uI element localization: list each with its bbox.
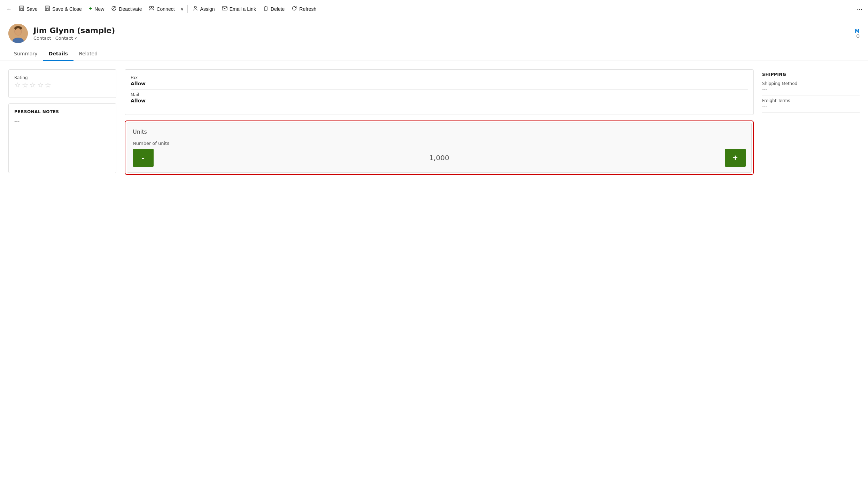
rating-label: Rating xyxy=(14,75,110,80)
subtitle-dot: · xyxy=(53,36,54,41)
save-button[interactable]: Save xyxy=(15,3,41,15)
more-icon: ⋯ xyxy=(856,5,862,13)
mail-label: Mail xyxy=(131,92,748,97)
svg-rect-2 xyxy=(21,8,23,10)
refresh-icon xyxy=(292,6,297,13)
back-button[interactable]: ← xyxy=(3,4,15,14)
units-decrement-button[interactable]: - xyxy=(133,149,154,167)
shipping-method-value: --- xyxy=(762,87,860,95)
increment-label: + xyxy=(733,153,738,163)
fax-label: Fax xyxy=(131,75,748,80)
stars-container: ☆ ☆ ☆ ☆ ☆ xyxy=(14,81,110,92)
rating-card: Rating ☆ ☆ ☆ ☆ ☆ xyxy=(8,69,116,98)
svg-point-8 xyxy=(149,6,152,8)
assign-icon xyxy=(193,6,198,13)
refresh-button[interactable]: Refresh xyxy=(288,3,320,15)
decrement-label: - xyxy=(142,153,145,163)
personal-notes-card: PERSONAL NOTES --- xyxy=(8,103,116,173)
svg-line-7 xyxy=(112,7,116,10)
connect-chevron[interactable]: ∨ xyxy=(178,4,186,14)
record-name: Jim Glynn (sample) xyxy=(33,26,115,35)
refresh-label: Refresh xyxy=(299,6,316,12)
svg-point-19 xyxy=(15,28,21,35)
avatar xyxy=(8,24,28,43)
assign-label: Assign xyxy=(200,6,215,12)
tab-summary[interactable]: Summary xyxy=(8,47,43,61)
connect-icon xyxy=(149,6,154,13)
svg-rect-11 xyxy=(222,7,227,10)
freight-terms-label: Freight Terms xyxy=(762,98,860,103)
shipping-title: SHIPPING xyxy=(762,72,860,77)
tab-related[interactable]: Related xyxy=(73,47,103,61)
units-controls: - 1,000 + xyxy=(133,149,746,167)
save-close-label: Save & Close xyxy=(52,6,82,12)
left-column: Rating ☆ ☆ ☆ ☆ ☆ PERSONAL NOTES --- xyxy=(8,69,116,173)
chevron-down-icon: ∨ xyxy=(180,6,184,11)
units-title: Units xyxy=(133,128,746,135)
save-close-button[interactable]: Save & Close xyxy=(41,3,85,15)
deactivate-label: Deactivate xyxy=(119,6,142,12)
delete-label: Delete xyxy=(271,6,285,12)
svg-point-9 xyxy=(152,6,154,8)
save-close-icon xyxy=(45,6,50,13)
save-label: Save xyxy=(26,6,38,12)
tabs: Summary Details Related xyxy=(0,47,868,61)
record-type1: Contact xyxy=(33,36,51,41)
svg-rect-1 xyxy=(20,6,23,8)
contact-info-card: Fax Allow Mail Allow xyxy=(125,69,754,115)
more-options-button[interactable]: ⋯ xyxy=(853,3,865,15)
email-icon xyxy=(222,6,227,13)
record-type-chevron[interactable]: ∨ xyxy=(74,36,77,40)
record-header: Jim Glynn (sample) Contact · Contact ∨ M… xyxy=(0,18,868,43)
new-icon: + xyxy=(89,5,93,13)
middle-column: Fax Allow Mail Allow Units Number of uni… xyxy=(125,69,754,175)
units-increment-button[interactable]: + xyxy=(725,149,746,167)
toolbar: ← Save Save & Close + New Deactivate Con… xyxy=(0,0,868,18)
new-label: New xyxy=(94,6,104,12)
deactivate-icon xyxy=(111,6,117,13)
svg-point-10 xyxy=(194,6,196,8)
personal-notes-value: --- xyxy=(14,118,110,124)
header-right-top: M xyxy=(855,28,860,34)
back-icon: ← xyxy=(6,6,12,12)
record-type2: Contact xyxy=(55,36,73,41)
shipping-section: SHIPPING Shipping Method --- Freight Ter… xyxy=(762,69,860,112)
delete-icon xyxy=(263,6,269,13)
units-card-wrapper: Units Number of units - 1,000 + xyxy=(125,120,754,175)
svg-rect-5 xyxy=(46,8,48,10)
right-column: SHIPPING Shipping Method --- Freight Ter… xyxy=(762,69,860,115)
star-1[interactable]: ☆ xyxy=(14,81,21,89)
deactivate-button[interactable]: Deactivate xyxy=(108,3,145,15)
mail-value: Allow xyxy=(131,98,748,106)
email-link-button[interactable]: Email a Link xyxy=(218,3,259,15)
svg-rect-12 xyxy=(264,7,267,10)
units-field-label: Number of units xyxy=(133,141,746,146)
star-4[interactable]: ☆ xyxy=(37,81,44,89)
header-right-bottom: O xyxy=(857,34,860,39)
email-link-label: Email a Link xyxy=(230,6,256,12)
tab-details[interactable]: Details xyxy=(43,47,73,61)
svg-rect-4 xyxy=(46,6,49,8)
record-subtitle: Contact · Contact ∨ xyxy=(33,36,115,41)
record-title-area: Jim Glynn (sample) Contact · Contact ∨ xyxy=(33,26,115,41)
delete-button[interactable]: Delete xyxy=(259,3,288,15)
star-2[interactable]: ☆ xyxy=(22,81,28,89)
fax-value: Allow xyxy=(131,81,748,89)
save-icon xyxy=(19,6,24,13)
units-card: Units Number of units - 1,000 + xyxy=(127,123,752,173)
personal-notes-title: PERSONAL NOTES xyxy=(14,109,110,114)
content-area: Rating ☆ ☆ ☆ ☆ ☆ PERSONAL NOTES --- Fax … xyxy=(0,61,868,175)
assign-button[interactable]: Assign xyxy=(189,3,218,15)
shipping-method-label: Shipping Method xyxy=(762,81,860,86)
units-value: 1,000 xyxy=(154,154,725,162)
connect-label: Connect xyxy=(156,6,175,12)
toolbar-separator xyxy=(187,5,188,13)
connect-button[interactable]: Connect xyxy=(145,3,178,15)
freight-terms-value: --- xyxy=(762,104,860,112)
star-3[interactable]: ☆ xyxy=(30,81,36,89)
star-5[interactable]: ☆ xyxy=(45,81,51,89)
new-button[interactable]: + New xyxy=(85,3,108,15)
